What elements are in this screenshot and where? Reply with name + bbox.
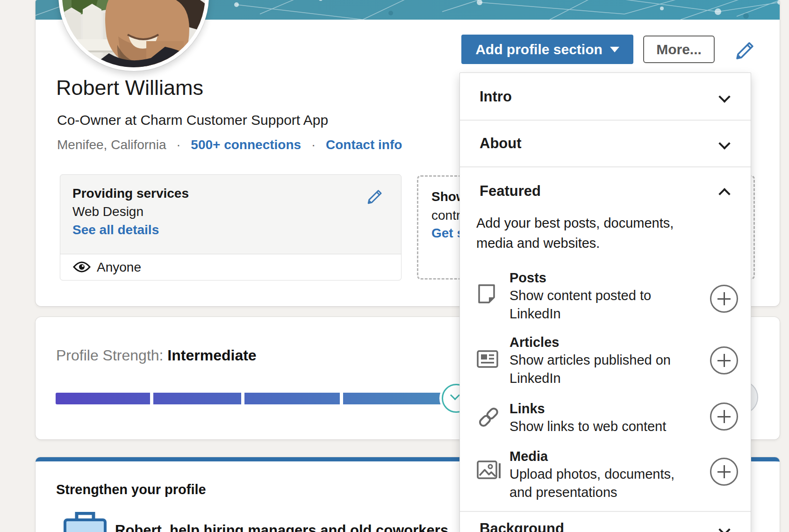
chevron-down-icon[interactable] (718, 91, 730, 102)
linkedin-profile-page: Add profile section More... Robert Willi… (0, 0, 789, 532)
dropdown-item-articles-title: Articles (509, 335, 559, 350)
post-note-icon (477, 283, 496, 305)
dropdown-item-media-description: Upload photos, documents, and presentati… (509, 465, 696, 502)
visibility-label: Anyone (97, 260, 141, 275)
add-profile-section-label: Add profile section (475, 42, 603, 58)
dropdown-item-posts-description: Show content posted to LinkedIn (509, 287, 696, 323)
add-profile-section-dropdown: Intro About Featured Add your best posts… (459, 72, 751, 532)
divider (460, 511, 751, 512)
contact-info-link[interactable]: Contact info (326, 137, 402, 152)
pencil-icon[interactable] (366, 188, 383, 205)
profile-headline: Co-Owner at Charm Customer Support App (57, 112, 328, 128)
media-image-icon (477, 460, 501, 481)
profile-strength-title: Profile Strength: Intermediate (56, 347, 257, 364)
profile-strength-label: Profile Strength: (56, 347, 163, 364)
profile-name: Robert Williams (56, 76, 203, 100)
connections-link[interactable]: 500+ connections (191, 137, 301, 152)
chevron-down-icon[interactable] (718, 137, 730, 149)
plus-circle-icon[interactable] (710, 346, 738, 374)
caret-down-icon (610, 47, 619, 52)
placeholder-text-line: contr (431, 208, 460, 223)
progress-segment-gap (340, 392, 343, 405)
chevron-down-icon[interactable] (718, 524, 730, 532)
providing-services-value: Web Design (72, 204, 143, 219)
providing-services-card: Providing services Web Design See all de… (60, 174, 402, 280)
dot-separator: · (176, 137, 180, 152)
strengthen-profile-title: Strengthen your profile (56, 482, 206, 497)
chevron-up-icon[interactable] (718, 188, 730, 200)
more-button[interactable]: More... (643, 36, 715, 63)
dropdown-section-featured[interactable]: Featured (480, 183, 541, 200)
briefcase-icon (64, 512, 107, 532)
plus-circle-icon[interactable] (710, 458, 738, 486)
profile-photo-image (62, 0, 205, 67)
strengthen-profile-message: Robert, help hiring managers and old cow… (115, 522, 448, 532)
profile-strength-value: Intermediate (167, 347, 256, 364)
pencil-icon[interactable] (735, 40, 755, 60)
providing-services-title: Providing services (72, 186, 189, 201)
see-all-details-link[interactable]: See all details (72, 223, 159, 237)
dropdown-section-about[interactable]: About (480, 135, 522, 152)
dropdown-item-articles-description: Show articles published on LinkedIn (509, 351, 696, 388)
add-profile-section-button[interactable]: Add profile section (461, 35, 633, 64)
visibility-row[interactable]: Anyone (60, 254, 401, 280)
dropdown-item-links-description: Show links to web content (509, 417, 696, 436)
dropdown-item-posts-title: Posts (509, 270, 546, 286)
article-icon (477, 350, 498, 368)
dropdown-section-intro[interactable]: Intro (480, 88, 512, 105)
profile-meta-line: Menifee, California · 500+ connections ·… (57, 137, 402, 152)
profile-photo[interactable] (58, 0, 209, 71)
featured-section-description: Add your best posts, documents, media an… (476, 213, 710, 253)
chevron-down-icon (450, 390, 460, 400)
eye-icon (72, 260, 91, 273)
chain-link-icon (477, 405, 500, 429)
dropdown-item-media-title: Media (509, 449, 548, 464)
dot-separator: · (311, 137, 316, 152)
divider (460, 120, 751, 121)
profile-location: Menifee, California (57, 137, 166, 152)
divider (460, 166, 751, 167)
dropdown-section-background[interactable]: Background (480, 520, 564, 532)
progress-segment-gap (150, 392, 153, 405)
dropdown-item-links-title: Links (509, 401, 545, 417)
plus-circle-icon[interactable] (710, 285, 738, 313)
progress-segment-gap (241, 392, 244, 405)
plus-circle-icon[interactable] (710, 403, 738, 431)
